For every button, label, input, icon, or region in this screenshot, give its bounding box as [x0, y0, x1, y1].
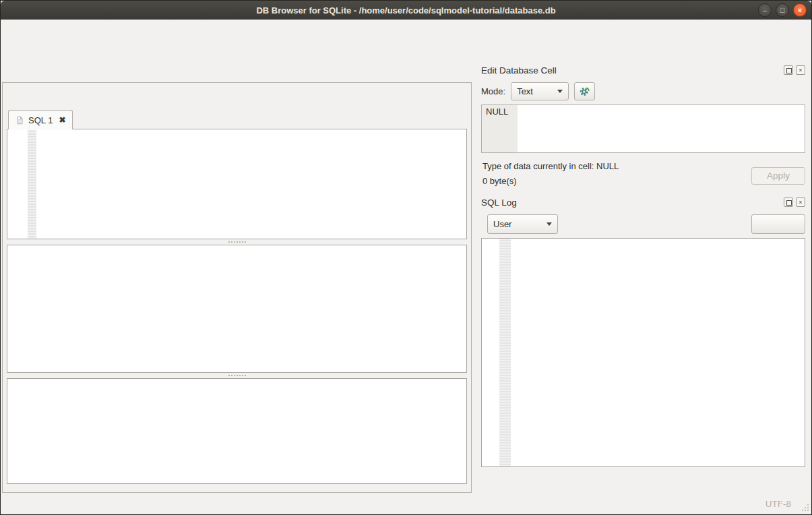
clear-log-button[interactable] [751, 214, 805, 234]
sql-tab[interactable]: SQL 1 ✖ [8, 110, 73, 129]
results-message-splitter[interactable] [7, 373, 467, 378]
sql-log-view[interactable] [481, 238, 805, 467]
maximize-button[interactable]: □ [776, 3, 789, 17]
mode-value: Text [517, 86, 533, 96]
results-header-row [7, 245, 466, 260]
cell-type-text: Type of data currently in cell: NULL [482, 161, 619, 171]
log-fold-margin[interactable] [499, 239, 511, 466]
minimize-button[interactable]: – [758, 3, 772, 17]
chevron-down-icon [546, 222, 552, 226]
resize-grip[interactable] [807, 510, 809, 511]
execution-message-area[interactable] [7, 378, 467, 484]
log-filter-combobox[interactable]: User [487, 214, 558, 234]
float-dock-icon[interactable] [784, 65, 793, 75]
mode-label: Mode: [481, 86, 505, 96]
log-line-numbers [482, 239, 499, 466]
execute-sql-page: SQL 1 ✖ [2, 82, 472, 493]
dock-tab-bar [481, 467, 805, 493]
close-sql-tab-icon[interactable]: ✖ [59, 115, 65, 125]
mode-combobox[interactable]: Text [511, 82, 569, 100]
auto-apply-button[interactable] [574, 82, 595, 100]
editor-code-area[interactable] [36, 129, 466, 239]
sql-tab-label: SQL 1 [28, 115, 53, 125]
float-log-dock-icon[interactable] [784, 198, 793, 207]
cell-mode-row: Mode: Text [481, 78, 805, 104]
sql-log-filter-row: User [481, 210, 805, 238]
log-filter-value: User [493, 219, 511, 229]
window-title: DB Browser for SQLite - /home/user/code/… [256, 5, 555, 16]
app-window: DB Browser for SQLite - /home/user/code/… [0, 0, 812, 515]
editor-fold-margin [28, 129, 36, 239]
cell-size-text: 0 byte(s) [482, 176, 619, 186]
gear-icon [579, 86, 590, 97]
status-bar: UTF-8 [1, 493, 811, 514]
close-dock-icon[interactable]: × [796, 65, 805, 75]
sql-editor[interactable] [7, 129, 467, 239]
editor-line-numbers [7, 129, 28, 239]
edit-cell-dock-title: Edit Database Cell × [481, 63, 805, 78]
editor-results-splitter[interactable] [7, 239, 467, 245]
sql-doc-icon [15, 116, 24, 125]
apply-button[interactable]: Apply [751, 167, 805, 185]
main-toolbar [1, 37, 811, 60]
right-dock: Edit Database Cell × Mode: Text NULL [476, 60, 811, 493]
main-tab-bar [1, 60, 473, 82]
close-log-dock-icon[interactable]: × [796, 198, 805, 207]
sql-doc-tab-bar: SQL 1 ✖ [7, 109, 467, 129]
menu-bar [1, 20, 811, 37]
cell-info-row: Type of data currently in cell: NULL 0 b… [481, 153, 805, 195]
results-grid [7, 245, 467, 373]
sql-log-dock-title: SQL Log × [481, 195, 805, 210]
sql-log-title: SQL Log [481, 198, 517, 208]
cell-value-editor[interactable]: NULL [481, 104, 805, 153]
log-code-area[interactable] [511, 239, 805, 466]
cell-value-label: NULL [482, 105, 518, 152]
title-bar[interactable]: DB Browser for SQLite - /home/user/code/… [1, 1, 811, 20]
edit-cell-title: Edit Database Cell [481, 65, 557, 75]
cell-value-input[interactable] [518, 105, 805, 152]
sql-editor-toolbar [7, 85, 467, 109]
encoding-indicator: UTF-8 [766, 499, 791, 509]
close-button[interactable]: × [793, 3, 807, 17]
chevron-down-icon [557, 90, 563, 93]
